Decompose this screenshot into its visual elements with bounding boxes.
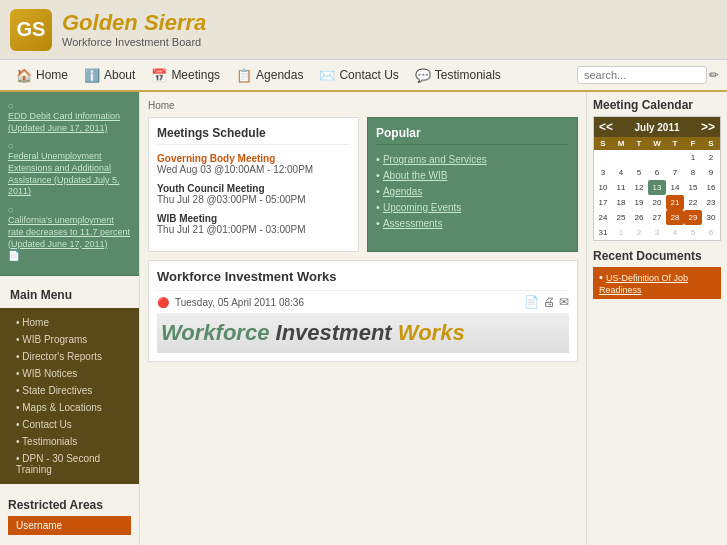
cal-cell-4[interactable]: 4 — [612, 165, 630, 180]
cal-cell[interactable] — [594, 150, 612, 165]
cal-cell-23[interactable]: 23 — [702, 195, 720, 210]
recent-docs-title: Recent Documents — [593, 249, 721, 263]
cal-cell-30[interactable]: 30 — [702, 210, 720, 225]
nav-contact[interactable]: ✉️ Contact Us — [311, 60, 406, 90]
menu-link-state-directives[interactable]: State Directives — [8, 384, 139, 397]
cal-cell-19[interactable]: 19 — [630, 195, 648, 210]
meeting-time-1: Wed Aug 03 @10:00AM - 12:00PM — [157, 164, 350, 175]
cal-cell-12[interactable]: 12 — [630, 180, 648, 195]
announcement-link[interactable]: Federal Unemployment Extensions and Addi… — [8, 151, 131, 198]
pdf-icon[interactable]: 📄 — [524, 295, 539, 309]
cal-cell-27[interactable]: 27 — [648, 210, 666, 225]
menu-item-state-directives[interactable]: State Directives — [0, 382, 139, 399]
cal-cell-10[interactable]: 10 — [594, 180, 612, 195]
nav-about[interactable]: ℹ️ About — [76, 60, 143, 90]
popular-link-1[interactable]: Programs and Services — [383, 154, 487, 165]
nav-home[interactable]: 🏠 Home — [8, 60, 76, 90]
cal-cell-5[interactable]: 5 — [630, 165, 648, 180]
menu-link-wib-programs[interactable]: WIB Programs — [8, 333, 139, 346]
popular-link-3[interactable]: Agendas — [383, 186, 422, 197]
cal-cell-16[interactable]: 16 — [702, 180, 720, 195]
workforce-title: Workforce Investment Works — [157, 269, 569, 284]
nav-meetings[interactable]: 📅 Meetings — [143, 60, 228, 90]
menu-item-wib-notices[interactable]: WIB Notices — [0, 365, 139, 382]
cal-cell-om1[interactable]: 1 — [612, 225, 630, 240]
cal-cell-26[interactable]: 26 — [630, 210, 648, 225]
announcement-link[interactable]: California's unemployment rate decreases… — [8, 215, 131, 250]
announcement-link[interactable]: EDD Debit Card Information (Updated June… — [8, 111, 131, 134]
recent-doc-link-1[interactable]: US-Definition Of Job Readiness — [599, 273, 688, 295]
menu-link-directors-reports[interactable]: Director's Reports — [8, 350, 139, 363]
nav-agendas-label: Agendas — [256, 68, 303, 82]
menu-item-directors-reports[interactable]: Director's Reports — [0, 348, 139, 365]
menu-link-testimonials[interactable]: Testimonials — [8, 435, 139, 448]
popular-link-2[interactable]: About the WIB — [383, 170, 447, 181]
meetings-schedule-box: Meetings Schedule Governing Body Meeting… — [148, 117, 359, 252]
search-input[interactable] — [577, 66, 707, 84]
cal-cell-31[interactable]: 31 — [594, 225, 612, 240]
cal-cell-14[interactable]: 14 — [666, 180, 684, 195]
cal-cell-15[interactable]: 15 — [684, 180, 702, 195]
cal-cell-25[interactable]: 25 — [612, 210, 630, 225]
menu-link-home[interactable]: Home — [8, 316, 139, 329]
cal-cell-3[interactable]: 3 — [594, 165, 612, 180]
cal-cell-om5[interactable]: 5 — [684, 225, 702, 240]
popular-link-5[interactable]: Assessments — [383, 218, 442, 229]
menu-link-wib-notices[interactable]: WIB Notices — [8, 367, 139, 380]
cal-cell[interactable] — [630, 150, 648, 165]
restricted-areas: Restricted Areas Username — [0, 492, 139, 541]
cal-cell-9[interactable]: 9 — [702, 165, 720, 180]
cal-cell[interactable] — [612, 150, 630, 165]
calendar-header: << July 2011 >> — [594, 117, 720, 137]
cal-cell-20[interactable]: 20 — [648, 195, 666, 210]
print-icon[interactable]: 🖨 — [543, 295, 555, 309]
workforce-word-i: Investment — [276, 320, 398, 345]
recent-docs: Recent Documents US-Definition Of Job Re… — [593, 249, 721, 299]
cal-cell[interactable] — [666, 150, 684, 165]
site-subtitle: Workforce Investment Board — [62, 36, 206, 48]
cal-cell-21[interactable]: 21 — [666, 195, 684, 210]
workforce-word-works: Works — [398, 320, 465, 345]
cal-cell-om6[interactable]: 6 — [702, 225, 720, 240]
announcement-item: Federal Unemployment Extensions and Addi… — [8, 140, 131, 198]
popular-item-2: About the WIB — [376, 169, 569, 181]
cal-cell-17[interactable]: 17 — [594, 195, 612, 210]
menu-item-testimonials[interactable]: Testimonials — [0, 433, 139, 450]
cal-cell-29[interactable]: 29 — [684, 210, 702, 225]
menu-link-dpn[interactable]: DPN - 30 Second Training — [8, 452, 139, 476]
menu-link-maps[interactable]: Maps & Locations — [8, 401, 139, 414]
content-row: Meetings Schedule Governing Body Meeting… — [148, 117, 578, 252]
cal-cell-1[interactable]: 1 — [684, 150, 702, 165]
calendar-prev-button[interactable]: << — [599, 120, 613, 134]
menu-item-dpn[interactable]: DPN - 30 Second Training — [0, 450, 139, 478]
cal-cell-om3[interactable]: 3 — [648, 225, 666, 240]
cal-cell-om4[interactable]: 4 — [666, 225, 684, 240]
cal-cell-6[interactable]: 6 — [648, 165, 666, 180]
cal-cell-om2[interactable]: 2 — [630, 225, 648, 240]
cal-cell-24[interactable]: 24 — [594, 210, 612, 225]
cal-cell[interactable] — [648, 150, 666, 165]
cal-cell-13[interactable]: 13 — [648, 180, 666, 195]
search-button[interactable]: ✏ — [709, 68, 719, 82]
menu-link-contact[interactable]: Contact Us — [8, 418, 139, 431]
calendar-next-button[interactable]: >> — [701, 120, 715, 134]
cal-cell-28[interactable]: 28 — [666, 210, 684, 225]
nav-agendas[interactable]: 📋 Agendas — [228, 60, 311, 90]
site-title: Golden Sierra Workforce Investment Board — [62, 11, 206, 47]
cal-cell-2[interactable]: 2 — [702, 150, 720, 165]
menu-item-contact[interactable]: Contact Us — [0, 416, 139, 433]
popular-link-4[interactable]: Upcoming Events — [383, 202, 461, 213]
cal-cell-7[interactable]: 7 — [666, 165, 684, 180]
menu-item-wib-programs[interactable]: WIB Programs — [0, 331, 139, 348]
main-menu-list: Home WIB Programs Director's Reports WIB… — [0, 314, 139, 478]
cal-cell-11[interactable]: 11 — [612, 180, 630, 195]
email-icon[interactable]: ✉ — [559, 295, 569, 309]
menu-item-home[interactable]: Home — [0, 314, 139, 331]
menu-item-maps[interactable]: Maps & Locations — [0, 399, 139, 416]
breadcrumb-home[interactable]: Home — [148, 100, 175, 111]
cal-cell-18[interactable]: 18 — [612, 195, 630, 210]
left-sidebar: EDD Debit Card Information (Updated June… — [0, 92, 140, 545]
cal-cell-8[interactable]: 8 — [684, 165, 702, 180]
nav-testimonials[interactable]: 💬 Testimonials — [407, 60, 509, 90]
cal-cell-22[interactable]: 22 — [684, 195, 702, 210]
